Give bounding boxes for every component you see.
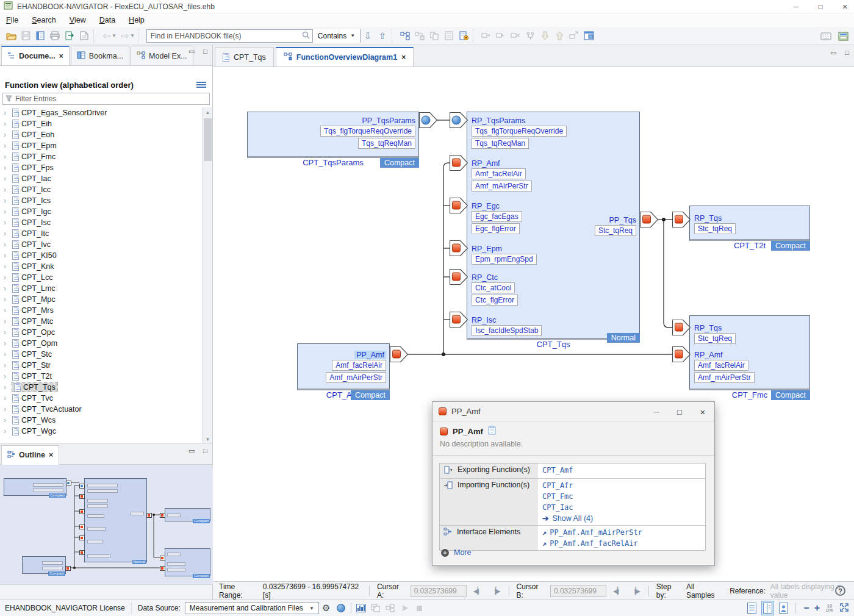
close-icon[interactable]: × — [401, 53, 406, 62]
play-icon[interactable] — [398, 601, 412, 615]
find-input[interactable] — [147, 30, 300, 42]
tree-item[interactable]: ›CPT_Igc — [0, 206, 203, 217]
expander-icon[interactable]: › — [4, 394, 10, 403]
output-port-red[interactable] — [390, 346, 408, 362]
expander-icon[interactable]: › — [4, 284, 10, 293]
menu-file[interactable]: File — [6, 16, 18, 24]
zoom-in-icon[interactable]: + — [814, 603, 820, 614]
diagram-copy-icon[interactable] — [427, 29, 442, 43]
ebook-icon[interactable] — [33, 29, 48, 43]
zoom-out-icon[interactable]: − — [803, 603, 809, 614]
maximize-panel-icon[interactable]: □ — [203, 48, 207, 56]
switch-window-icon[interactable] — [836, 29, 850, 43]
signal-box[interactable]: Tqs_flgTorqueReqOverride — [472, 126, 567, 137]
expander-icon[interactable]: › — [4, 361, 10, 370]
expander-icon[interactable]: › — [4, 295, 10, 304]
expander-icon[interactable]: › — [4, 152, 10, 161]
expander-icon[interactable]: › — [4, 405, 10, 414]
search-icon[interactable] — [300, 30, 312, 41]
tree-item[interactable]: ›CPT_Fps — [0, 162, 203, 173]
expander-icon[interactable]: › — [4, 251, 10, 260]
find-previous-icon[interactable]: ⇧ — [375, 29, 390, 43]
diagram-overview-icon[interactable] — [398, 29, 412, 43]
expander-icon[interactable]: › — [4, 109, 10, 117]
function-link[interactable]: CPT_Amf — [542, 465, 700, 476]
tab-bookmarks[interactable]: Bookma... — [71, 46, 129, 65]
tree-item[interactable]: ›CPT_KI50 — [0, 250, 203, 261]
block-cpt-fmc[interactable]: RP_Tqs Stc_tqReq RP_Amf Amf_facRelAir Am… — [689, 315, 810, 390]
minimize-icon[interactable]: ─ — [645, 402, 668, 421]
single-page-view-icon[interactable] — [747, 603, 756, 614]
tab-outline[interactable]: Outline × — [1, 445, 59, 465]
signal-box[interactable]: Amf_facRelAir — [694, 360, 748, 371]
presenter-view-icon[interactable] — [779, 603, 788, 614]
port-label[interactable]: RP_Egc — [472, 201, 522, 211]
tree-item[interactable]: ›CPT_Mtc — [0, 316, 203, 327]
output-port-red[interactable] — [640, 212, 658, 227]
diagram-save-icon[interactable] — [412, 29, 427, 43]
port-label[interactable]: PP_Tqs — [595, 215, 636, 225]
expander-icon[interactable]: › — [4, 416, 10, 424]
expander-icon[interactable]: › — [4, 273, 10, 282]
export-file-icon[interactable] — [62, 29, 77, 43]
print-icon[interactable] — [48, 29, 62, 43]
port-label[interactable]: RP_Amf — [472, 159, 532, 168]
globe-icon[interactable] — [334, 601, 348, 615]
filter-input[interactable] — [15, 95, 207, 103]
tree-item[interactable]: ›CPT_Ivc — [0, 239, 203, 250]
port-label[interactable]: RP_TqsParams — [472, 116, 567, 126]
tree-item[interactable]: ›CPT_Egas_SensorDriver — [0, 107, 203, 118]
signal-box[interactable]: Egc_flgError — [472, 223, 520, 234]
expander-icon[interactable]: › — [4, 141, 10, 150]
zoom-level[interactable]: 100% — [825, 604, 834, 612]
function-link[interactable]: CPT_Afr — [542, 480, 700, 491]
stop-icon[interactable] — [412, 601, 427, 615]
signal-box[interactable]: Egc_facEgas — [472, 211, 522, 222]
cursor-b-step-forward-icon[interactable]: ▕▶ — [628, 587, 640, 595]
open-window-icon[interactable] — [581, 29, 596, 43]
calibration-view-icon[interactable] — [368, 601, 383, 615]
tree-item[interactable]: ›CPT_Itc — [0, 228, 203, 239]
menu-view[interactable]: View — [70, 16, 86, 24]
block-cpt-tqs[interactable]: RP_TqsParams Tqs_flgTorqueReqOverride Tq… — [467, 112, 640, 340]
extract-diagram-icon[interactable] — [567, 29, 581, 43]
expander-icon[interactable]: › — [4, 306, 10, 315]
port-label[interactable]: RP_Epm — [472, 244, 537, 254]
expander-icon[interactable]: › — [4, 185, 10, 194]
function-link[interactable]: CPT_Iac — [542, 502, 700, 513]
tree-item[interactable]: ›CPT_Knk — [0, 261, 203, 272]
tree-item[interactable]: ›CPT_Isc — [0, 217, 203, 228]
cursor-a-input[interactable] — [411, 585, 467, 597]
outline-minimap[interactable]: Compact Normal Compact — [0, 465, 213, 584]
tree-item[interactable]: ›CPT_Lcc — [0, 272, 203, 283]
port-label[interactable]: RP_Tqs — [694, 213, 736, 223]
input-port-red[interactable] — [450, 155, 468, 171]
tree-item[interactable]: ›CPT_Wcs — [0, 415, 203, 426]
view-mode-badge[interactable]: Compact — [351, 390, 390, 400]
scroll-up-icon[interactable]: ▲ — [203, 107, 213, 117]
tree-item[interactable]: ›CPT_T2t — [0, 371, 203, 382]
minimize-icon[interactable]: ─ — [792, 2, 800, 11]
signal-box[interactable]: Ctc_flgError — [472, 295, 518, 306]
save-icon[interactable] — [18, 29, 33, 43]
input-port-red[interactable] — [450, 269, 468, 285]
tree-scrollbar[interactable]: ▲ ▼ — [202, 107, 212, 444]
output-port-blue[interactable] — [419, 112, 437, 128]
tree-item[interactable]: ›CPT_Mrs — [0, 305, 203, 316]
close-icon[interactable]: × — [841, 2, 849, 12]
view-mode-badge[interactable]: Normal — [607, 333, 640, 343]
tree-item[interactable]: ›CPT_Ics — [0, 195, 203, 206]
tab-cpt-tqs[interactable]: CPT_Tqs — [215, 47, 274, 66]
tree-item[interactable]: ›CPT_Wgc — [0, 426, 203, 437]
expander-icon[interactable]: › — [4, 350, 10, 359]
tree-item[interactable]: ›CPT_Eih — [0, 118, 203, 129]
view-mode-badge[interactable]: Compact — [771, 390, 810, 400]
forward-history-caret-icon[interactable]: ▼ — [130, 33, 135, 38]
tree-item[interactable]: ›CPT_Icc — [0, 184, 203, 195]
expander-icon[interactable]: › — [4, 262, 10, 271]
minimize-panel-icon[interactable]: ▭ — [188, 48, 195, 56]
delete-function-icon[interactable] — [508, 29, 523, 43]
signal-box[interactable]: Ctc_atCool — [472, 282, 515, 293]
view-menu-icon[interactable] — [196, 81, 206, 89]
port-label[interactable]: RP_Ctc — [472, 273, 518, 282]
